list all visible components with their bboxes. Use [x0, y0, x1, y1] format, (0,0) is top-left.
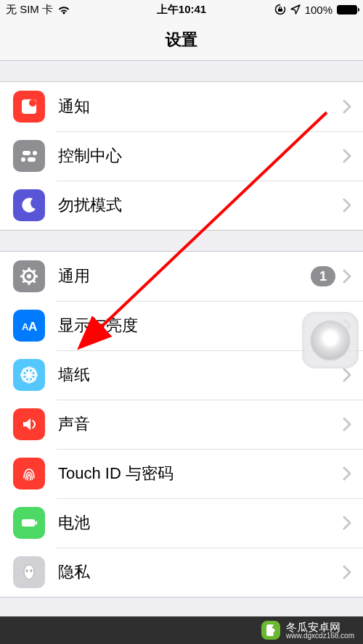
- svg-line-13: [23, 271, 25, 273]
- row-label: 声音: [58, 413, 343, 435]
- watermark-footer: 冬瓜安卓网 www.dgxcdz168.com: [0, 616, 363, 644]
- row-label: 控制中心: [58, 145, 343, 167]
- row-label: 隐私: [58, 561, 343, 583]
- chevron-right-icon: [343, 466, 351, 481]
- battery-percent: 100%: [305, 4, 333, 16]
- row-sounds[interactable]: 声音: [0, 400, 363, 449]
- row-touch-id[interactable]: Touch ID 与密码: [0, 449, 363, 498]
- page-title: 设置: [166, 29, 197, 51]
- row-notifications[interactable]: 通知: [0, 82, 363, 131]
- touch-id-icon: [13, 458, 45, 490]
- watermark-url: www.dgxcdz168.com: [286, 632, 354, 640]
- chevron-right-icon: [343, 149, 351, 163]
- battery-settings-icon: [13, 507, 45, 539]
- row-label: 电池: [58, 512, 343, 534]
- row-control-center[interactable]: 控制中心: [0, 131, 363, 181]
- nav-header: 设置: [0, 19, 363, 61]
- row-label: 显示与亮度: [58, 315, 343, 337]
- svg-text:A: A: [28, 320, 37, 334]
- svg-rect-5: [28, 157, 36, 162]
- assistive-touch-inner: [311, 321, 350, 360]
- svg-rect-28: [22, 519, 35, 527]
- row-label: Touch ID 与密码: [58, 463, 343, 484]
- watermark-text: 冬瓜安卓网: [286, 622, 354, 632]
- battery-icon: [337, 5, 357, 15]
- watermark-logo-icon: [261, 621, 280, 640]
- svg-line-15: [23, 281, 25, 283]
- location-icon: [290, 4, 301, 15]
- assistive-touch-button[interactable]: [302, 312, 359, 368]
- row-label: 勿扰模式: [58, 194, 343, 216]
- svg-line-16: [33, 271, 36, 273]
- privacy-icon: [13, 556, 45, 588]
- status-bar: 无 SIM 卡 上午10:41 100%: [0, 0, 363, 19]
- chevron-right-icon: [343, 198, 351, 212]
- svg-point-6: [21, 157, 25, 162]
- svg-point-8: [27, 274, 31, 278]
- control-center-icon: [13, 140, 45, 172]
- display-brightness-icon: AA: [13, 310, 45, 342]
- carrier-label: 无 SIM 卡: [6, 3, 53, 17]
- row-label: 通知: [58, 96, 343, 117]
- chevron-right-icon: [343, 516, 351, 530]
- chevron-right-icon: [343, 417, 351, 432]
- svg-point-2: [29, 99, 36, 107]
- svg-rect-3: [23, 151, 30, 155]
- chevron-right-icon: [343, 565, 351, 579]
- orientation-lock-icon: [274, 4, 286, 15]
- row-privacy[interactable]: 隐私: [0, 548, 363, 597]
- row-label: 通用: [58, 265, 311, 287]
- do-not-disturb-icon: [13, 189, 45, 221]
- badge-count: 1: [311, 266, 335, 286]
- svg-point-4: [33, 151, 37, 155]
- settings-group-2: 通用 1 AA 显示与亮度 墙纸 声音 Touch ID 与密码: [0, 251, 363, 598]
- wallpaper-icon: [13, 359, 45, 391]
- notifications-icon: [13, 91, 45, 123]
- svg-rect-29: [36, 521, 38, 525]
- row-label: 墙纸: [58, 364, 343, 386]
- chevron-right-icon: [343, 99, 351, 114]
- row-do-not-disturb[interactable]: 勿扰模式: [0, 181, 363, 230]
- svg-line-14: [33, 281, 36, 283]
- wifi-icon: [57, 5, 70, 15]
- svg-point-31: [30, 569, 33, 572]
- settings-group-1: 通知 控制中心 勿扰模式: [0, 81, 363, 231]
- sounds-icon: [13, 408, 45, 440]
- general-icon: [13, 260, 45, 292]
- row-battery[interactable]: 电池: [0, 498, 363, 548]
- row-general[interactable]: 通用 1: [0, 252, 363, 301]
- chevron-right-icon: [343, 368, 351, 382]
- svg-point-30: [26, 569, 28, 572]
- chevron-right-icon: [343, 269, 351, 284]
